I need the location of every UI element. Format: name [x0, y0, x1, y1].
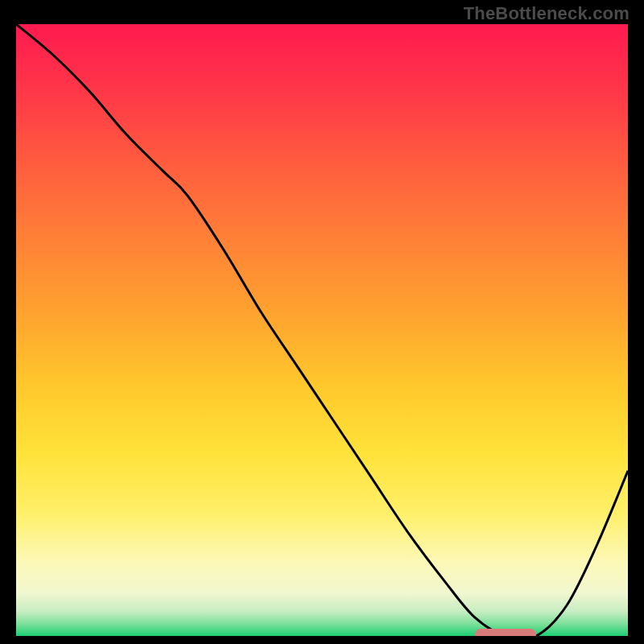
- gradient-background: [16, 24, 628, 636]
- chart-container: [16, 24, 628, 636]
- attribution-text: TheBottleneck.com: [464, 3, 630, 24]
- bottleneck-chart: [16, 24, 628, 636]
- optimal-marker: [475, 629, 536, 636]
